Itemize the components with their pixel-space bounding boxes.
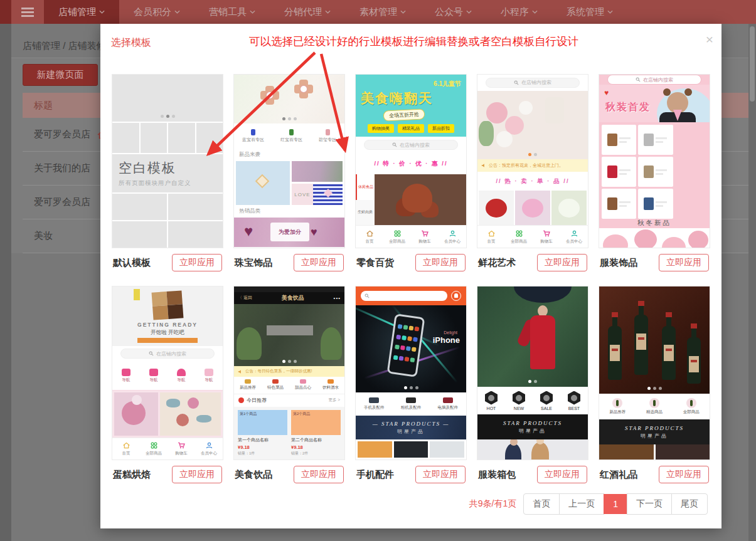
template-card-bakery: GETTING READY 开馆啦 开吃吧 在店铺内搜索 导航 导航 导航 导航 bbox=[112, 286, 223, 485]
laptop-icon bbox=[443, 397, 453, 403]
search-icon bbox=[392, 142, 397, 147]
apply-button[interactable]: 立即应用 bbox=[294, 254, 344, 271]
template-name: 蛋糕烘焙 bbox=[113, 469, 151, 481]
user-icon bbox=[449, 229, 457, 238]
chevron-down-icon bbox=[325, 10, 331, 14]
nav-item-member-points[interactable]: 会员积分 bbox=[119, 0, 194, 24]
wine-icon bbox=[612, 398, 622, 408]
grid-icon bbox=[150, 441, 158, 449]
template-name: 美食饮品 bbox=[235, 469, 272, 481]
collapsed-sidebar bbox=[0, 24, 11, 541]
template-thumbnail-jewelry[interactable]: 蓝宝石专区 红宝石专区 碧玺专区 新品来袭 LOVE 热销品类 bbox=[233, 74, 345, 248]
template-thumbnail-default[interactable]: 空白模板 所有页面模块用户自定义 bbox=[112, 74, 223, 248]
apply-button[interactable]: 立即应用 bbox=[537, 466, 587, 483]
home-icon bbox=[487, 229, 496, 238]
template-thumbnail-phone[interactable]: Delight iPhone 手机及配件 相机及配件 电脑及配件 — STAR … bbox=[355, 286, 467, 460]
pagination-first[interactable]: 首页 bbox=[523, 493, 560, 515]
nav-menu: 店铺管理 会员积分 营销工具 分销代理 素材管理 公众号 小程序 系统管理 bbox=[44, 0, 627, 24]
mini-bottom-nav: 首页 全部商品 购物车 会员中心 bbox=[356, 225, 466, 248]
chevron-down-icon bbox=[99, 10, 105, 14]
camera-icon bbox=[406, 397, 416, 403]
apply-button[interactable]: 立即应用 bbox=[415, 466, 466, 483]
template-thumbnail-fashion[interactable]: 在店铺内搜索 ♥ 秋装首发 秋冬新品 bbox=[599, 74, 710, 248]
chevron-down-icon bbox=[532, 10, 538, 14]
search-icon bbox=[636, 77, 641, 82]
close-icon[interactable]: × bbox=[706, 33, 713, 46]
template-name: 服装饰品 bbox=[600, 257, 637, 269]
template-thumbnail-wine[interactable]: 新品推荐 精选商品 全部商品 STAR PRODUCTS 明星产品 bbox=[599, 286, 710, 460]
pagination: 共9条/有1页 首页 上一页 1 下一页 尾页 bbox=[469, 493, 708, 515]
new-micropage-button[interactable]: 新建微页面 bbox=[23, 64, 98, 86]
template-card-snacks: 6.1儿童节 美食嗨翻天 全场五折开抢 购物抽奖 精装礼品 新品折扣 在店铺内搜… bbox=[355, 74, 467, 273]
nav-item-distribution-agent[interactable]: 分销代理 bbox=[270, 0, 345, 24]
template-name: 零食百货 bbox=[356, 257, 394, 269]
template-name: 红酒礼品 bbox=[600, 469, 637, 481]
nav-item-official-account[interactable]: 公众号 bbox=[420, 0, 486, 24]
template-picker-modal: 选择模板 可以选择已经设计好的行业模板进行编辑替换或者空白模板自行设计 × 空白… bbox=[100, 24, 721, 528]
template-thumbnail-food-drink[interactable]: 〈 返回 美食饮品 ••• 公告：每日特色菜系，一律88折优惠! 新品推荐 特色… bbox=[233, 286, 345, 460]
apply-button[interactable]: 立即应用 bbox=[172, 254, 222, 271]
blank-template-title: 空白模板 bbox=[119, 159, 223, 177]
recommend-icon bbox=[238, 397, 244, 403]
mini-bottom-nav: 首页 全部商品 购物车 会员中心 bbox=[112, 438, 223, 460]
speaker-icon bbox=[238, 369, 243, 374]
nav-item-shop-management[interactable]: 店铺管理 bbox=[44, 0, 119, 24]
nav-item-material-management[interactable]: 素材管理 bbox=[345, 0, 420, 24]
wine-icon bbox=[686, 398, 696, 408]
mini-search-bar: 在店铺内搜索 bbox=[112, 346, 223, 362]
template-card-flowers: 在店铺内搜索 公告：预定所有花束，全城送货上门。 // 热 · 卖 · 单 · … bbox=[477, 74, 588, 273]
chevron-down-icon bbox=[466, 10, 472, 14]
chevron-down-icon bbox=[607, 10, 613, 14]
home-icon bbox=[366, 229, 374, 238]
template-card-fashion: 在店铺内搜索 ♥ 秋装首发 秋冬新品 bbox=[599, 74, 710, 273]
badge-hexagon bbox=[568, 391, 580, 405]
pagination-last[interactable]: 尾页 bbox=[671, 493, 708, 515]
template-thumbnail-apparel-bags[interactable]: HOT NEW SALE BEST STAR PRODUCTS 明星产品 bbox=[477, 286, 588, 460]
template-card-phone: Delight iPhone 手机及配件 相机及配件 电脑及配件 — STAR … bbox=[355, 286, 467, 485]
user-icon bbox=[205, 441, 213, 449]
menu-icon[interactable] bbox=[11, 0, 44, 24]
template-name: 手机配件 bbox=[356, 469, 394, 481]
badge-hexagon bbox=[485, 391, 498, 405]
speaker-icon bbox=[481, 163, 486, 168]
apply-button[interactable]: 立即应用 bbox=[415, 254, 466, 271]
modal-title: 选择模板 bbox=[111, 36, 151, 50]
template-thumbnail-snacks[interactable]: 6.1儿童节 美食嗨翻天 全场五折开抢 购物抽奖 精装礼品 新品折扣 在店铺内搜… bbox=[355, 74, 467, 248]
template-card-apparel-bags: HOT NEW SALE BEST STAR PRODUCTS 明星产品 服装 bbox=[477, 286, 588, 485]
nav-item-system-management[interactable]: 系统管理 bbox=[552, 0, 627, 24]
template-name: 服装箱包 bbox=[478, 469, 516, 481]
page-scrollbar[interactable] bbox=[748, 24, 756, 541]
more-icon: ••• bbox=[334, 295, 341, 301]
mini-bottom-nav: 首页 全部商品 购物车 会员中心 bbox=[477, 225, 588, 248]
nav-item-mini-program[interactable]: 小程序 bbox=[486, 0, 552, 24]
apply-button[interactable]: 立即应用 bbox=[537, 254, 587, 271]
template-card-wine: 新品推荐 精选商品 全部商品 STAR PRODUCTS 明星产品 红酒礼品 立… bbox=[599, 286, 710, 485]
template-thumbnail-bakery[interactable]: GETTING READY 开馆啦 开吃吧 在店铺内搜索 导航 导航 导航 导航 bbox=[112, 286, 223, 460]
pagination-prev[interactable]: 上一页 bbox=[559, 493, 604, 515]
badge-hexagon bbox=[513, 391, 525, 405]
chevron-down-icon bbox=[174, 10, 180, 14]
template-card-default: 空白模板 所有页面模块用户自定义 默认模板 立即应用 bbox=[112, 74, 223, 273]
pagination-page-1[interactable]: 1 bbox=[604, 494, 627, 514]
mini-search-bar: 在店铺内搜索 bbox=[477, 75, 588, 91]
chevron-down-icon bbox=[250, 10, 255, 14]
grid-icon bbox=[515, 229, 523, 238]
template-name: 珠宝饰品 bbox=[235, 257, 272, 269]
grid-icon bbox=[393, 229, 402, 238]
apply-button[interactable]: 立即应用 bbox=[172, 466, 222, 483]
bell-icon bbox=[451, 291, 461, 301]
wine-icon bbox=[649, 398, 659, 408]
cake-icon bbox=[122, 369, 130, 376]
apply-button[interactable]: 立即应用 bbox=[294, 466, 344, 483]
toy-icon bbox=[149, 369, 158, 376]
template-name: 鲜花艺术 bbox=[478, 257, 516, 269]
breadcrumb: 店铺管理 / 店铺装修 bbox=[23, 40, 106, 52]
home-icon bbox=[122, 441, 130, 449]
annotation-text: 可以选择已经设计好的行业模板进行编辑替换或者空白模板自行设计 bbox=[249, 34, 701, 49]
chevron-down-icon bbox=[400, 10, 406, 14]
nav-item-marketing-tools[interactable]: 营销工具 bbox=[194, 0, 270, 24]
template-thumbnail-flowers[interactable]: 在店铺内搜索 公告：预定所有花束，全城送货上门。 // 热 · 卖 · 单 · … bbox=[477, 74, 588, 248]
apply-button[interactable]: 立即应用 bbox=[659, 254, 709, 271]
apply-button[interactable]: 立即应用 bbox=[659, 466, 709, 483]
pagination-next[interactable]: 下一页 bbox=[627, 493, 672, 515]
